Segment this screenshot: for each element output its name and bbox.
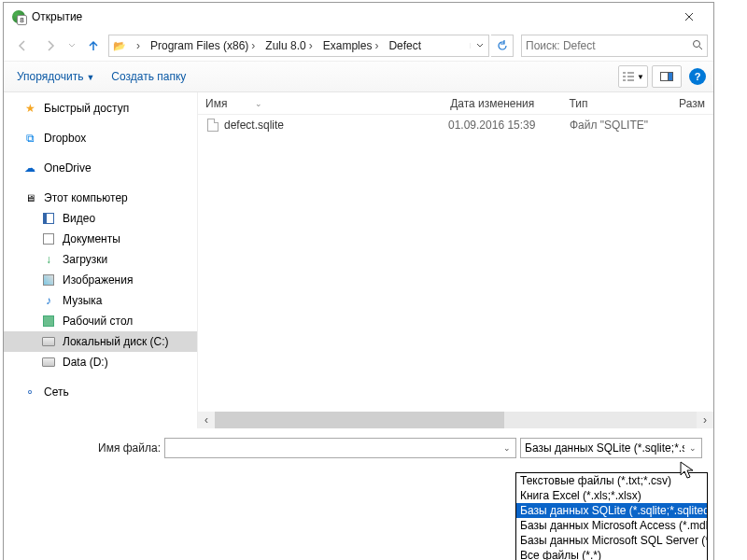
sidebar-downloads[interactable]: Загрузки	[4, 249, 197, 270]
filename-combobox[interactable]: ⌄	[164, 438, 516, 458]
sidebar-item-label: Документы	[63, 232, 120, 245]
sidebar: Быстрый доступ Dropbox OneDrive Этот ком…	[4, 92, 198, 428]
pictures-icon	[41, 273, 56, 287]
sidebar-data-d[interactable]: Data (D:)	[4, 352, 197, 372]
sidebar-pictures[interactable]: Изображения	[4, 270, 197, 290]
sidebar-this-pc[interactable]: Этот компьютер	[4, 188, 197, 208]
sidebar-item-label: Рабочий стол	[63, 315, 133, 328]
sidebar-network[interactable]: Сеть	[4, 382, 197, 402]
col-name[interactable]: Имя⌄	[198, 92, 443, 115]
folder-icon	[109, 39, 130, 52]
sidebar-videos[interactable]: Видео	[4, 208, 197, 229]
refresh-button[interactable]	[491, 35, 514, 57]
up-button[interactable]	[80, 34, 106, 58]
search-input[interactable]	[526, 39, 692, 52]
scroll-left-icon[interactable]: ‹	[198, 412, 215, 428]
sidebar-music[interactable]: Музыка	[4, 290, 197, 311]
preview-pane-button[interactable]	[652, 65, 682, 88]
filter-dropdown-icon[interactable]: ⌄	[684, 443, 701, 453]
sidebar-item-label: Изображения	[63, 273, 133, 287]
filetype-filter[interactable]: Базы данных SQLite (*.sqlite;*.s ⌄	[520, 438, 702, 458]
sidebar-item-label: OneDrive	[44, 161, 92, 175]
disk-icon	[41, 334, 56, 349]
crumb-chevron[interactable]: ›	[130, 35, 147, 56]
filter-option[interactable]: Книга Excel (*.xls;*.xlsx)	[516, 488, 707, 503]
file-icon	[198, 119, 224, 132]
window-title: Открытие	[32, 10, 670, 23]
filetype-dropdown-list[interactable]: Текстовые файлы (*.txt;*.csv)Книга Excel…	[515, 472, 708, 560]
sidebar-documents[interactable]: Документы	[4, 229, 197, 249]
crumb-segment[interactable]: Zulu 8.0›	[261, 35, 318, 56]
sidebar-item-label: Быстрый доступ	[44, 102, 129, 115]
file-date: 01.09.2016 15:39	[448, 119, 570, 132]
crumb-segment[interactable]: Defect	[385, 35, 425, 56]
filter-option[interactable]: Базы данных Microsoft Access (*.mdb;*.ac…	[516, 518, 707, 533]
preview-pane-icon	[660, 72, 673, 81]
sort-indicator-icon: ⌄	[255, 99, 262, 108]
scroll-right-icon[interactable]: ›	[697, 412, 713, 428]
col-type[interactable]: Тип	[562, 92, 672, 115]
video-icon	[41, 211, 56, 226]
sidebar-onedrive[interactable]: OneDrive	[4, 158, 197, 178]
navbar: › Program Files (x86)› Zulu 8.0› Example…	[4, 31, 713, 61]
sidebar-item-label: Этот компьютер	[44, 191, 128, 204]
filter-option[interactable]: Базы данных Microsoft SQL Server (*.mdf)	[516, 533, 707, 548]
search-box[interactable]	[521, 35, 708, 57]
crumb-segment[interactable]: Program Files (x86)›	[147, 35, 261, 56]
file-list[interactable]: defect.sqlite 01.09.2016 15:39 Файл "SQL…	[198, 115, 713, 412]
download-icon	[41, 252, 56, 267]
close-button[interactable]	[670, 4, 708, 30]
sidebar-item-label: Data (D:)	[63, 356, 108, 369]
body: Быстрый доступ Dropbox OneDrive Этот ком…	[4, 92, 713, 428]
filename-dropdown-icon[interactable]: ⌄	[499, 443, 515, 453]
filename-label: Имя файла:	[60, 441, 161, 455]
titlebar: Открытие	[4, 3, 713, 31]
dropbox-icon	[22, 131, 37, 146]
filter-option[interactable]: Все файлы (*.*)	[516, 548, 707, 560]
file-panel: Имя⌄ Дата изменения Тип Разм defect.sqli…	[198, 92, 713, 428]
filter-option[interactable]: Текстовые файлы (*.txt;*.csv)	[516, 473, 707, 488]
history-dropdown[interactable]	[65, 34, 78, 58]
filter-option[interactable]: Базы данных SQLite (*.sqlite;*.sqlitedb)	[516, 503, 707, 518]
sidebar-desktop[interactable]: Рабочий стол	[4, 311, 197, 331]
list-view-icon	[622, 72, 635, 81]
column-headers: Имя⌄ Дата изменения Тип Разм	[198, 92, 713, 115]
svg-point-0	[694, 40, 700, 47]
sidebar-item-label: Музыка	[63, 294, 102, 307]
scroll-thumb[interactable]	[215, 412, 504, 428]
sidebar-dropbox[interactable]: Dropbox	[4, 128, 197, 148]
document-icon	[41, 231, 56, 246]
address-bar[interactable]: › Program Files (x86)› Zulu 8.0› Example…	[108, 35, 489, 57]
help-button[interactable]: ?	[689, 68, 706, 85]
pc-icon	[22, 190, 37, 205]
search-icon[interactable]	[692, 39, 703, 53]
onedrive-icon	[22, 161, 37, 175]
bottom-panel: Имя файла: ⌄ Базы данных SQLite (*.sqlit…	[4, 428, 713, 469]
forward-button[interactable]	[37, 34, 63, 58]
address-dropdown[interactable]	[470, 43, 488, 49]
crumb-segment[interactable]: Examples›	[319, 35, 386, 56]
horizontal-scrollbar[interactable]: ‹ ›	[198, 412, 713, 428]
view-mode-button[interactable]: ▼	[618, 65, 648, 88]
music-icon	[41, 293, 56, 308]
file-name: defect.sqlite	[224, 119, 448, 132]
col-size[interactable]: Разм	[671, 92, 713, 115]
scroll-track[interactable]	[215, 412, 697, 428]
back-button[interactable]	[9, 34, 35, 58]
star-icon	[22, 101, 37, 116]
filename-input[interactable]	[165, 441, 499, 455]
toolbar: Упорядочить▼ Создать папку ▼ ?	[4, 61, 713, 92]
breadcrumbs: › Program Files (x86)› Zulu 8.0› Example…	[130, 35, 470, 56]
organize-button[interactable]: Упорядочить▼	[11, 66, 100, 87]
sidebar-local-disk-c[interactable]: Локальный диск (C:)	[4, 331, 197, 352]
sidebar-item-label: Локальный диск (C:)	[63, 335, 169, 348]
col-date[interactable]: Дата изменения	[443, 92, 561, 115]
sidebar-item-label: Dropbox	[44, 132, 86, 145]
svg-rect-2	[669, 73, 673, 81]
filter-selected-text: Базы данных SQLite (*.sqlite;*.s	[525, 441, 684, 455]
new-folder-button[interactable]: Создать папку	[106, 66, 191, 87]
desktop-icon	[41, 314, 56, 329]
sidebar-quick-access[interactable]: Быстрый доступ	[4, 98, 197, 119]
file-row[interactable]: defect.sqlite 01.09.2016 15:39 Файл "SQL…	[198, 115, 713, 135]
disk-icon	[41, 355, 56, 370]
